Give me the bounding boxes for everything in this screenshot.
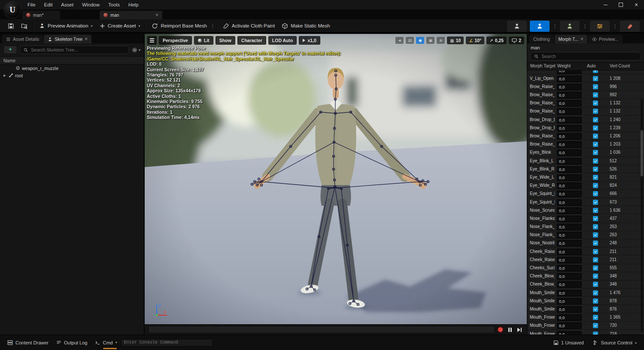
- morph-weight-input[interactable]: 0,0: [557, 265, 582, 271]
- 3d-viewport[interactable]: Z X PerspectiveLitShowCharacterLOD Autox…: [145, 34, 527, 335]
- auto-checkbox[interactable]: [593, 323, 598, 328]
- morph-weight-input[interactable]: 0,0: [557, 158, 582, 164]
- morph-weight-input[interactable]: 0,0: [557, 84, 582, 90]
- morph-weight-input[interactable]: 0,0: [557, 298, 582, 304]
- morph-weight-input[interactable]: 0,0: [557, 141, 582, 148]
- auto-checkbox[interactable]: [593, 92, 598, 97]
- auto-checkbox[interactable]: [593, 183, 598, 188]
- source-control-button[interactable]: Source Control ▴: [589, 338, 641, 348]
- auto-checkbox[interactable]: [593, 134, 598, 139]
- rotation-snap-control[interactable]: ∠ 10°: [466, 37, 484, 44]
- morph-target-row[interactable]: Cheek_Blow_R0,0348: [527, 280, 644, 289]
- horizontal-scrollbar-thumb[interactable]: [103, 348, 117, 349]
- auto-checkbox[interactable]: [593, 282, 598, 287]
- auto-checkbox[interactable]: [593, 125, 598, 131]
- morph-weight-input[interactable]: 0,0: [557, 249, 582, 255]
- tree-item-weapon-r-muzzle[interactable]: weapon_r_muzzle: [0, 64, 144, 72]
- morph-target-row[interactable]: Mouth_Smile_R0,0876: [527, 305, 644, 313]
- skeletal-mesh-options-icon[interactable]: ⋮: [553, 24, 557, 29]
- browse-to-asset-button[interactable]: [18, 20, 31, 31]
- animation-options-icon[interactable]: ⋮: [583, 24, 587, 29]
- output-log-button[interactable]: Output Log: [52, 338, 91, 348]
- cmd-button[interactable]: Cmd ▾: [91, 338, 121, 348]
- morph-target-row[interactable]: Nose_Flank_Raise_L0,0263: [527, 223, 644, 231]
- morph-target-search[interactable]: [530, 52, 641, 61]
- morph-target-row[interactable]: Eye_Squint_L0,0666: [527, 190, 644, 198]
- morph-target-row[interactable]: Nose_Nostrils_Flare0,0248: [527, 239, 644, 247]
- morph-target-row[interactable]: V_Lip_Open0,01 208: [527, 74, 644, 82]
- step-forward-button[interactable]: [517, 328, 522, 332]
- auto-checkbox[interactable]: [593, 100, 598, 106]
- auto-checkbox[interactable]: [593, 257, 598, 262]
- record-button[interactable]: [498, 327, 503, 332]
- scrollbar-thumb[interactable]: [641, 130, 643, 177]
- auto-checkbox[interactable]: [593, 208, 598, 213]
- morph-target-row[interactable]: Brow_Raise_Inner_R0,0992: [527, 91, 644, 99]
- morph-target-row[interactable]: Nose_Flank_Raise_R0,0263: [527, 231, 644, 239]
- search-input[interactable]: [541, 53, 637, 59]
- menu-window[interactable]: Window: [78, 0, 104, 9]
- search-input[interactable]: [30, 47, 125, 53]
- morph-weight-input[interactable]: 0,0: [557, 183, 582, 189]
- paint-mode-button[interactable]: [620, 21, 640, 32]
- morph-target-row[interactable]: Brow_Drop_L0,01 240: [527, 116, 644, 124]
- console-command-input[interactable]: [121, 339, 213, 347]
- column-header-morph-target[interactable]: Morph Target: [530, 64, 556, 68]
- timeline-scrubber[interactable]: [148, 326, 495, 333]
- add-bone-button[interactable]: +: [3, 46, 17, 54]
- morph-weight-input[interactable]: 0,0: [557, 323, 582, 329]
- morph-weight-input[interactable]: 0,0: [557, 108, 582, 115]
- cloth-options-icon[interactable]: ⋮: [613, 24, 617, 29]
- auto-checkbox[interactable]: [593, 274, 598, 279]
- column-header-auto[interactable]: Auto: [587, 64, 596, 68]
- preview-animation-button[interactable]: Preview Animation ▾: [36, 20, 96, 31]
- cloth-config-button[interactable]: [590, 21, 610, 32]
- animation-mode-button[interactable]: [560, 21, 580, 32]
- unreal-logo-icon[interactable]: U: [4, 1, 21, 18]
- auto-checkbox[interactable]: [593, 232, 598, 237]
- screen-percentage-control[interactable]: 2: [509, 37, 524, 44]
- tab-skeleton-tree[interactable]: Skeleton Tree ×: [44, 35, 91, 43]
- auto-checkbox[interactable]: [593, 249, 598, 254]
- morph-weight-input[interactable]: 0,0: [557, 216, 582, 222]
- morph-weight-input[interactable]: 0,0: [557, 306, 582, 313]
- morph-target-row[interactable]: Cheek_Raise_L0,0211: [527, 247, 644, 256]
- reimport-base-mesh-button[interactable]: Reimport Base Mesh: [148, 20, 210, 31]
- morph-weight-input[interactable]: 0,0: [557, 290, 582, 296]
- morph-weight-input[interactable]: 0,0: [557, 232, 582, 238]
- auto-checkbox[interactable]: [593, 70, 598, 73]
- vertical-scrollbar[interactable]: [641, 99, 643, 332]
- unsaved-assets-button[interactable]: 1 Unsaved: [550, 338, 588, 348]
- tab-asset-man[interactable]: man ×: [100, 11, 162, 19]
- activate-cloth-paint-button[interactable]: Activate Cloth Paint: [219, 20, 278, 31]
- column-header-vert-count[interactable]: Vert Count: [610, 64, 630, 68]
- viewport-options-button[interactable]: [147, 36, 157, 45]
- close-button[interactable]: ×: [629, 0, 644, 9]
- viewport-lod-auto-button[interactable]: LOD Auto: [268, 36, 297, 45]
- morph-weight-input[interactable]: 0,0: [557, 174, 582, 181]
- morph-target-row[interactable]: Brow_Drop_R0,01 239: [527, 124, 644, 132]
- close-tab-icon[interactable]: ×: [85, 36, 88, 42]
- morph-target-row[interactable]: Cheeks_Suck0,0555: [527, 264, 644, 272]
- tab-level-man[interactable]: man*: [22, 11, 60, 19]
- auto-checkbox[interactable]: [593, 109, 598, 114]
- auto-checkbox[interactable]: [593, 216, 598, 221]
- morph-weight-input[interactable]: 0,0: [557, 149, 582, 156]
- morph-target-row[interactable]: Eye_Blink_R0,0526: [527, 165, 644, 173]
- screenshot-icon[interactable]: ▣: [426, 37, 434, 44]
- tab-preview-scene[interactable]: Preview...: [588, 35, 623, 43]
- name-column-header[interactable]: Name: [0, 56, 144, 64]
- pause-button[interactable]: [508, 328, 512, 332]
- morph-target-row[interactable]: Eye_Wide_R0,0824: [527, 182, 644, 190]
- grid-snap-control[interactable]: ▦ 10: [447, 37, 464, 44]
- morph-weight-input[interactable]: 0,0: [557, 281, 582, 288]
- morph-weight-input[interactable]: 0,0: [557, 133, 582, 140]
- morph-target-row[interactable]: Eye_Blink_L0,0512: [527, 157, 644, 165]
- tab-morph-targets[interactable]: Morph T... ×: [555, 35, 588, 43]
- morph-target-row[interactable]: Mouth_Frown_L0,0720: [527, 322, 644, 330]
- viewport-x1-0-button[interactable]: x1,0: [299, 36, 320, 45]
- skeletal-mesh-mode-button[interactable]: [530, 21, 550, 32]
- morph-weight-input[interactable]: 0,0: [557, 207, 582, 214]
- morph-weight-input[interactable]: 0,0: [557, 70, 582, 74]
- realtime-toggle-icon[interactable]: ◉: [416, 37, 424, 44]
